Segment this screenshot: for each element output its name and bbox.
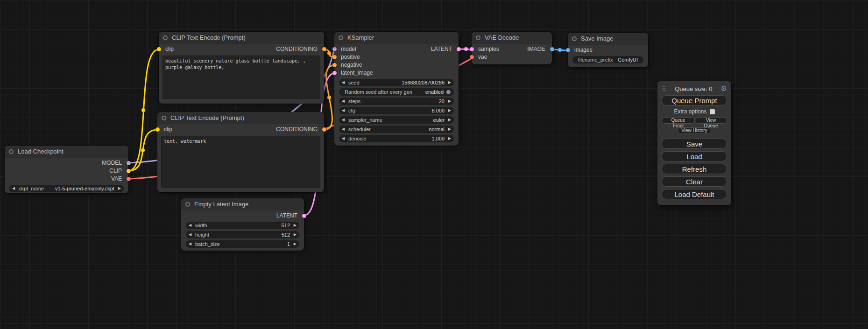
latent-output-dot[interactable] — [457, 47, 461, 51]
decrement-arrow-icon[interactable]: ◀ — [342, 116, 346, 124]
width-widget[interactable]: ◀ width 512 ▶ — [186, 222, 299, 229]
output-slot-vae[interactable]: VAE — [5, 175, 128, 183]
node-vae-decode[interactable]: VAE Decode samples IMAGE vae — [472, 32, 552, 64]
wire-negative-conditioning — [324, 65, 334, 130]
clip-slot-dot[interactable] — [127, 169, 131, 173]
node-collapse-icon[interactable] — [339, 35, 343, 40]
output-slot-clip[interactable]: CLIP — [5, 167, 128, 175]
model-input-dot[interactable] — [332, 47, 337, 51]
decrement-arrow-icon[interactable]: ◀ — [189, 231, 193, 238]
samples-input-dot[interactable] — [470, 47, 474, 51]
positive-prompt-textarea[interactable]: beautiful scenery nature glass bottle la… — [162, 56, 320, 99]
widget-label: sampler_name — [348, 117, 382, 123]
image-output-dot[interactable] — [550, 47, 554, 51]
ckpt-name-widget[interactable]: ◀ ckpt_name v1-5-pruned-emaonly.ckpt ▶ — [9, 185, 124, 192]
drag-handle-icon[interactable] — [663, 86, 663, 87]
input-slot-negative[interactable]: negative — [334, 61, 459, 69]
node-collapse-icon[interactable] — [185, 202, 190, 207]
decrement-arrow-icon[interactable]: ◀ — [342, 98, 346, 105]
increment-arrow-icon[interactable]: ▶ — [446, 79, 451, 86]
output-slot-model[interactable]: MODEL — [5, 159, 128, 167]
output-slot-latent[interactable]: LATENT — [181, 212, 304, 220]
node-graph-canvas[interactable]: Load Checkpoint MODEL CLIP VAE ◀ ckpt_na… — [0, 0, 868, 329]
node-collapse-icon[interactable] — [476, 35, 480, 40]
node-title-bar[interactable]: Empty Latent Image — [181, 198, 304, 210]
node-ksampler[interactable]: KSampler model LATENT positive negative … — [334, 32, 459, 146]
node-collapse-icon[interactable] — [162, 116, 166, 120]
decrement-arrow-icon[interactable]: ◀ — [189, 222, 193, 229]
node-collapse-icon[interactable] — [163, 35, 168, 40]
positive-input-dot[interactable] — [332, 55, 337, 59]
conditioning-output-dot[interactable] — [322, 127, 326, 132]
node-title-bar[interactable]: CLIP Text Encode (Prompt) — [157, 112, 324, 124]
vae-input-dot[interactable] — [470, 55, 474, 59]
random-seed-toggle-widget[interactable]: Random seed after every gen enabled — [339, 88, 454, 96]
increment-arrow-icon[interactable]: ▶ — [116, 185, 121, 192]
input-slot-positive[interactable]: positive — [334, 53, 459, 61]
decrement-arrow-icon[interactable]: ◀ — [342, 135, 346, 142]
node-empty-latent-image[interactable]: Empty Latent Image LATENT ◀ width 512 ▶ … — [181, 198, 304, 251]
view-queue-button[interactable]: View Queue — [695, 117, 727, 124]
load-button[interactable]: Load — [662, 151, 727, 161]
output-slot-label: CONDITIONING — [276, 126, 318, 133]
conditioning-output-dot[interactable] — [322, 47, 326, 51]
increment-arrow-icon[interactable]: ▶ — [292, 240, 296, 248]
node-title-bar[interactable]: VAE Decode — [472, 32, 552, 44]
decrement-arrow-icon[interactable]: ◀ — [342, 107, 346, 114]
clip-input-dot[interactable] — [155, 127, 160, 132]
decrement-arrow-icon[interactable]: ◀ — [189, 240, 193, 248]
increment-arrow-icon[interactable]: ▶ — [292, 231, 296, 238]
vae-slot-dot[interactable] — [127, 177, 131, 181]
clip-input-dot[interactable] — [157, 47, 161, 51]
increment-arrow-icon[interactable]: ▶ — [446, 98, 451, 105]
node-collapse-icon[interactable] — [9, 149, 14, 154]
input-slot-latent-image[interactable]: latent_image — [334, 69, 459, 77]
view-history-button[interactable]: View History — [677, 127, 711, 134]
save-button[interactable]: Save — [662, 139, 727, 149]
height-widget[interactable]: ◀ height 512 ▶ — [186, 231, 299, 238]
queue-front-button[interactable]: Queue Front — [662, 117, 695, 124]
decrement-arrow-icon[interactable]: ◀ — [12, 185, 17, 192]
increment-arrow-icon[interactable]: ▶ — [446, 135, 451, 142]
node-clip-text-encode-positive[interactable]: CLIP Text Encode (Prompt) clip CONDITION… — [159, 32, 324, 104]
settings-gear-icon[interactable]: ⚙ — [721, 85, 727, 92]
refresh-button[interactable]: Refresh — [662, 164, 727, 174]
negative-input-dot[interactable] — [332, 63, 337, 67]
increment-arrow-icon[interactable]: ▶ — [446, 126, 451, 133]
images-input-dot[interactable] — [566, 48, 570, 52]
extra-options-checkbox[interactable] — [710, 109, 715, 114]
increment-arrow-icon[interactable]: ▶ — [446, 116, 451, 124]
filename-prefix-widget[interactable]: filename_prefix ComfyUI — [572, 56, 643, 63]
increment-arrow-icon[interactable]: ▶ — [446, 107, 451, 114]
node-title-bar[interactable]: CLIP Text Encode (Prompt) — [159, 32, 324, 44]
node-title-bar[interactable]: Load Checkpoint — [5, 146, 128, 158]
batch-size-widget[interactable]: ◀ batch_size 1 ▶ — [186, 240, 299, 248]
latent-image-input-dot[interactable] — [332, 71, 337, 75]
slot-label: VAE — [111, 175, 122, 182]
latent-slot-dot[interactable] — [302, 214, 306, 218]
input-slot-vae[interactable]: vae — [472, 53, 552, 61]
clear-button[interactable]: Clear — [662, 176, 727, 187]
input-slot-images[interactable]: images — [568, 46, 648, 54]
node-load-checkpoint[interactable]: Load Checkpoint MODEL CLIP VAE ◀ ckpt_na… — [5, 146, 128, 193]
node-collapse-icon[interactable] — [572, 36, 577, 41]
seed-widget[interactable]: ◀ seed 156680208700286 ▶ — [339, 79, 454, 86]
decrement-arrow-icon[interactable]: ◀ — [342, 79, 346, 86]
cfg-widget[interactable]: ◀ cfg 8.000 ▶ — [339, 107, 454, 114]
denoise-widget[interactable]: ◀ denoise 1.000 ▶ — [339, 135, 454, 142]
node-save-image[interactable]: Save Image images filename_prefix ComfyU… — [568, 33, 648, 67]
sampler-name-widget[interactable]: ◀ sampler_name euler ▶ — [339, 116, 454, 124]
node-title-bar[interactable]: KSampler — [334, 32, 459, 44]
node-clip-text-encode-negative[interactable]: CLIP Text Encode (Prompt) clip CONDITION… — [157, 112, 324, 192]
node-title-bar[interactable]: Save Image — [568, 33, 648, 45]
queue-prompt-button[interactable]: Queue Prompt — [662, 95, 727, 105]
scheduler-widget[interactable]: ◀ scheduler normal ▶ — [339, 126, 454, 133]
toggle-state-dot[interactable] — [446, 90, 451, 94]
slot-label: LATENT — [276, 212, 297, 219]
model-slot-dot[interactable] — [127, 161, 131, 165]
load-default-button[interactable]: Load Default — [662, 189, 727, 199]
increment-arrow-icon[interactable]: ▶ — [292, 222, 296, 229]
decrement-arrow-icon[interactable]: ◀ — [342, 126, 346, 133]
steps-widget[interactable]: ◀ steps 20 ▶ — [339, 98, 454, 105]
negative-prompt-textarea[interactable]: text, watermark — [161, 136, 320, 188]
